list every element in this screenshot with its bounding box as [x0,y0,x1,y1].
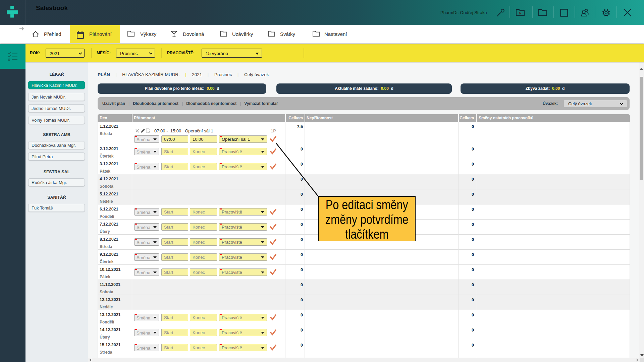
svg-text:N: N [519,11,521,15]
